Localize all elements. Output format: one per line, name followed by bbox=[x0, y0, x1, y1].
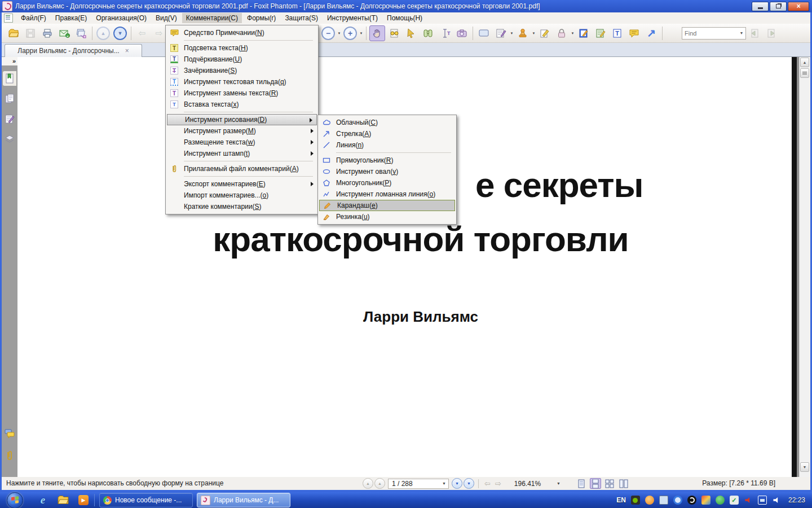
menu-edit[interactable]: Правка(E) bbox=[51, 13, 91, 23]
scrollbar-options-button[interactable] bbox=[800, 68, 809, 78]
wmp-quicklaunch-button[interactable]: ▶ bbox=[77, 494, 90, 506]
menu-item-underline-text[interactable]: T Подчёркивание(U) bbox=[166, 54, 317, 65]
convert-button[interactable] bbox=[73, 25, 89, 41]
find-dropdown[interactable]: ▼ bbox=[738, 31, 745, 35]
menu-item-note-tool[interactable]: Средство Примечании(N) bbox=[166, 27, 317, 38]
snapshot-button[interactable] bbox=[454, 25, 470, 41]
menu-tools[interactable]: Инструменты(T) bbox=[323, 13, 382, 23]
qip-icon[interactable] bbox=[645, 496, 654, 505]
menu-item-drawing-tool[interactable]: Инструмент рисования(D) bbox=[167, 114, 317, 125]
menu-item-squiggly-text[interactable]: T Инструмент текстовая тильда(q) bbox=[166, 76, 317, 87]
search-button[interactable] bbox=[420, 25, 436, 41]
submenu-item-line[interactable]: Линия(n) bbox=[319, 139, 456, 151]
note-tool-button[interactable] bbox=[476, 25, 492, 41]
find-previous-button[interactable] bbox=[747, 25, 762, 41]
first-page-button[interactable]: ▲ bbox=[363, 478, 373, 489]
submenu-item-oval[interactable]: Инструмент овал(v) bbox=[319, 166, 456, 177]
annotations-panel-button[interactable] bbox=[3, 112, 16, 126]
zoom-out-button[interactable]: − bbox=[320, 25, 336, 41]
vertical-scrollbar[interactable]: ▲ ▼ bbox=[799, 56, 810, 477]
menu-item-strikeout-text[interactable]: T Зачёркивание(S) bbox=[166, 65, 317, 76]
clock[interactable]: 22:23 bbox=[788, 496, 805, 504]
print-button[interactable] bbox=[39, 25, 55, 41]
menu-comments[interactable]: Комментарии(C) bbox=[182, 13, 242, 23]
page-combo-dropdown-icon[interactable]: ▼ bbox=[442, 481, 448, 485]
select-tool-button[interactable] bbox=[403, 25, 419, 41]
security-dropdown[interactable]: ▼ bbox=[570, 32, 575, 35]
stamp-tool-button[interactable] bbox=[515, 25, 531, 41]
continuous-button[interactable] bbox=[590, 478, 601, 489]
bookmarks-panel-button[interactable] bbox=[3, 71, 16, 86]
submenu-item-polyline[interactable]: Инструмент ломанная линия(o) bbox=[319, 189, 456, 200]
display-icon[interactable] bbox=[701, 496, 710, 505]
menu-item-stamp-tool[interactable]: Инструмент штамп(t) bbox=[166, 148, 317, 159]
find-next-button[interactable] bbox=[764, 25, 779, 41]
menu-item-export-comments[interactable]: Экспорт комментариев(E) bbox=[166, 178, 317, 190]
facing-button[interactable] bbox=[604, 478, 615, 489]
submenu-item-cloud[interactable]: Облачный(C) bbox=[319, 117, 456, 128]
daemon-tools-icon[interactable] bbox=[687, 496, 696, 505]
network-icon[interactable] bbox=[758, 496, 767, 505]
menu-item-attach-file[interactable]: Прилагаемый файл комментарий(A) bbox=[166, 163, 317, 174]
update-check-icon[interactable]: ✓ bbox=[730, 496, 739, 505]
arrow-tool-button[interactable]: ↗ bbox=[643, 25, 659, 41]
nvidia-icon[interactable] bbox=[631, 496, 640, 505]
single-page-button[interactable] bbox=[576, 478, 587, 489]
menu-item-insert-text[interactable]: T Вставка текста(x) bbox=[166, 99, 317, 110]
previous-page-button[interactable]: ▲ bbox=[374, 478, 385, 489]
restore-button[interactable] bbox=[770, 2, 787, 11]
find-input[interactable] bbox=[682, 28, 738, 38]
text-select-button[interactable]: T bbox=[437, 25, 453, 41]
blue-ring-icon[interactable] bbox=[673, 496, 682, 505]
submenu-item-arrow[interactable]: Стрелка(A) bbox=[319, 128, 456, 139]
attachments-panel-button[interactable] bbox=[3, 449, 16, 463]
next-page-button[interactable]: ▼ bbox=[452, 478, 462, 489]
back-button[interactable]: ⇦ bbox=[134, 25, 150, 41]
pc-icon[interactable] bbox=[659, 496, 668, 505]
open-button[interactable] bbox=[6, 25, 21, 41]
menu-organize[interactable]: Организация(O) bbox=[92, 13, 151, 23]
zoom-in-button[interactable]: + bbox=[342, 25, 358, 41]
menu-item-replace-text[interactable]: T Инструмент замены текста(R) bbox=[166, 87, 317, 99]
scrollbar-down-button[interactable]: ▼ bbox=[800, 462, 809, 472]
security-button[interactable] bbox=[554, 25, 570, 41]
menu-item-measure-tool[interactable]: Инструмент размер(M) bbox=[166, 125, 317, 137]
submenu-item-pencil[interactable]: Карандаш(e) bbox=[319, 200, 455, 211]
reading-mode-button[interactable] bbox=[386, 25, 402, 41]
ie-quicklaunch-button[interactable]: e bbox=[37, 494, 49, 506]
menu-item-import-comments[interactable]: Импорт комментариев...(o) bbox=[166, 190, 317, 201]
next-view-button[interactable]: ⇨ bbox=[493, 479, 503, 488]
menu-item-summarize-comments[interactable]: Краткие комментарии(S) bbox=[166, 201, 317, 212]
comment-bubble-button[interactable] bbox=[626, 25, 642, 41]
start-button[interactable] bbox=[7, 492, 23, 508]
minimize-button[interactable] bbox=[752, 2, 769, 11]
email-button[interactable]: e bbox=[56, 25, 72, 41]
submenu-item-eraser[interactable]: Резинка(u) bbox=[319, 211, 456, 222]
zoom-combo[interactable]: 196.41% ▼ bbox=[510, 479, 562, 489]
tab-close-icon[interactable]: × bbox=[125, 48, 129, 54]
layers-panel-button[interactable] bbox=[3, 132, 16, 147]
task-chrome-message[interactable]: Новое сообщение -... bbox=[99, 493, 193, 507]
globe-icon[interactable] bbox=[716, 496, 725, 505]
task-foxit-document[interactable]: Ларри Вильямс - Д... bbox=[197, 493, 290, 507]
previous-view-button[interactable]: ⇦ bbox=[483, 479, 492, 488]
menu-help[interactable]: Помощь(H) bbox=[383, 13, 426, 23]
zoom-out-dropdown[interactable]: ▼ bbox=[337, 32, 342, 35]
muted-speaker-icon[interactable] bbox=[744, 496, 753, 505]
edit-content-button[interactable] bbox=[576, 25, 592, 41]
zoom-in-dropdown[interactable]: ▼ bbox=[359, 32, 364, 35]
expand-panel-button[interactable]: » bbox=[2, 56, 17, 65]
zoom-combo-dropdown-icon[interactable]: ▼ bbox=[557, 481, 562, 485]
textbox-tool-button[interactable]: T bbox=[610, 25, 625, 41]
continuous-facing-button[interactable] bbox=[618, 478, 629, 489]
explorer-quicklaunch-button[interactable] bbox=[57, 494, 69, 506]
hand-tool-button[interactable] bbox=[369, 25, 385, 41]
menu-item-highlight-text[interactable]: T Подсветка текста(H) bbox=[166, 42, 317, 54]
form-edit-button[interactable] bbox=[593, 25, 608, 41]
language-indicator[interactable]: EN bbox=[616, 496, 626, 504]
attach-tool-button[interactable] bbox=[537, 25, 553, 41]
comments-panel-button[interactable] bbox=[3, 426, 16, 441]
volume-icon[interactable] bbox=[772, 496, 781, 505]
pages-panel-button[interactable] bbox=[3, 91, 16, 106]
menu-protect[interactable]: Защита(S) bbox=[281, 13, 322, 23]
